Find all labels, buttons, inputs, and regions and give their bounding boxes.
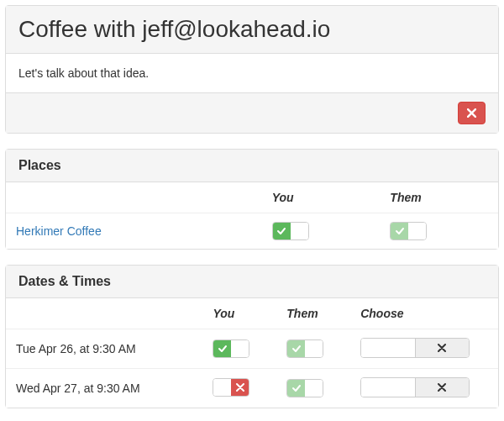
dates-col-you: You bbox=[202, 298, 276, 329]
meeting-header-panel: Coffee with jeff@lookahead.io Let's talk… bbox=[5, 5, 499, 134]
x-icon bbox=[231, 379, 249, 396]
place-link[interactable]: Herkimer Coffee bbox=[16, 224, 102, 238]
check-icon bbox=[287, 340, 305, 357]
places-title: Places bbox=[18, 158, 486, 173]
dates-title: Dates & Times bbox=[18, 274, 486, 289]
meeting-title: Coffee with jeff@lookahead.io bbox=[6, 6, 498, 54]
meeting-description: Let's talk about that idea. bbox=[6, 54, 498, 92]
check-icon bbox=[213, 340, 231, 357]
dates-col-them: Them bbox=[276, 298, 350, 329]
table-row: Tue Apr 26, at 9:30 AM bbox=[6, 329, 498, 369]
check-icon bbox=[391, 223, 408, 239]
date-them-toggle[interactable] bbox=[286, 379, 323, 397]
table-row: Herkimer Coffee bbox=[6, 213, 498, 250]
places-table: You Them Herkimer Coffee bbox=[6, 182, 498, 249]
date-you-toggle[interactable] bbox=[213, 378, 249, 397]
check-icon bbox=[287, 380, 305, 397]
dates-col-choose: Choose bbox=[350, 298, 498, 329]
places-panel: Places You Them Herkimer Coffee bbox=[5, 149, 499, 250]
choose-yes[interactable] bbox=[361, 339, 416, 357]
choose-control[interactable] bbox=[360, 377, 470, 397]
table-row: Wed Apr 27, at 9:30 AM bbox=[6, 369, 498, 408]
date-them-toggle[interactable] bbox=[286, 339, 323, 358]
choose-control[interactable] bbox=[360, 338, 470, 358]
dates-panel: Dates & Times You Them Choose Tue Apr 26… bbox=[5, 265, 499, 408]
date-you-toggle[interactable] bbox=[213, 339, 249, 358]
x-icon bbox=[438, 383, 446, 392]
x-icon bbox=[438, 344, 446, 352]
place-you-toggle[interactable] bbox=[272, 222, 309, 240]
dates-col-name bbox=[6, 298, 202, 329]
date-label: Wed Apr 27, at 9:30 AM bbox=[6, 369, 202, 408]
date-label: Tue Apr 26, at 9:30 AM bbox=[6, 329, 202, 369]
dates-table: You Them Choose Tue Apr 26, at 9:30 AM bbox=[6, 298, 498, 408]
delete-button[interactable] bbox=[458, 102, 486, 124]
check-icon bbox=[273, 223, 291, 239]
choose-yes[interactable] bbox=[361, 378, 416, 397]
meeting-header-footer bbox=[6, 92, 498, 133]
place-them-toggle[interactable] bbox=[390, 222, 427, 240]
places-col-you: You bbox=[262, 182, 381, 213]
places-col-name bbox=[6, 182, 262, 213]
places-col-them: Them bbox=[380, 182, 498, 213]
choose-no[interactable] bbox=[416, 378, 470, 397]
x-icon bbox=[467, 108, 476, 118]
choose-no[interactable] bbox=[416, 339, 470, 357]
